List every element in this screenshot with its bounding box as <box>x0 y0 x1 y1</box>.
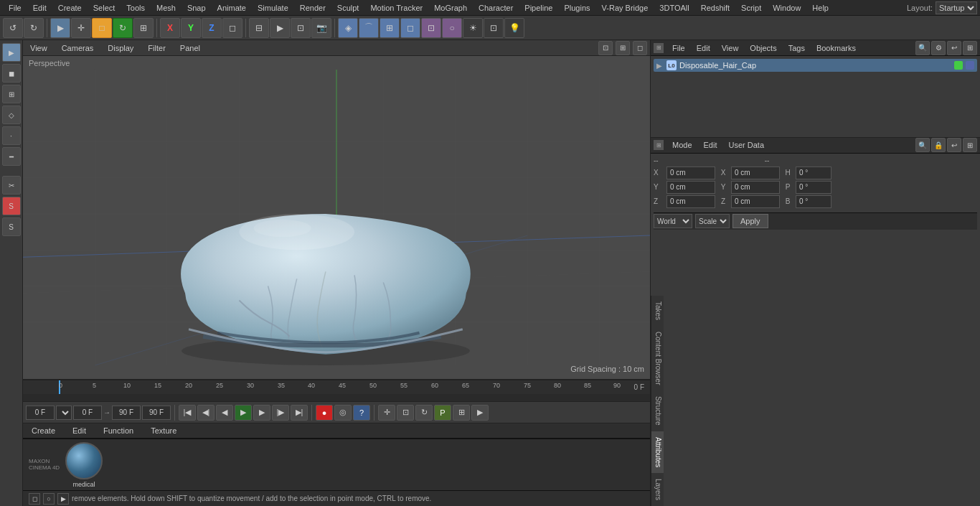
record-button[interactable]: ● <box>316 405 333 421</box>
viewport-view-menu[interactable]: View <box>26 43 52 53</box>
model-mode-btn[interactable]: ▶ <box>2 43 21 62</box>
y-scale-input[interactable]: 0 cm <box>731 181 780 194</box>
attr-expand-icon[interactable]: ⊞ <box>963 138 977 152</box>
expand-arrow[interactable]: ▶ <box>656 62 662 70</box>
vtab-structure[interactable]: Structure <box>651 390 664 431</box>
apply-button[interactable]: Apply <box>732 214 768 228</box>
status-icon-2[interactable]: ○ <box>43 493 55 505</box>
prev-frame-button[interactable]: ◀ <box>216 405 233 421</box>
object-row[interactable]: ▶ L0 Disposable_Hair_Cap <box>654 59 977 72</box>
attr-lock-icon[interactable]: 🔒 <box>931 138 946 152</box>
prev-key-button[interactable]: ◀| <box>197 405 215 421</box>
menu-window[interactable]: Window <box>767 2 806 14</box>
menu-mograph[interactable]: MoGraph <box>428 2 473 14</box>
smooth-btn[interactable]: S <box>2 217 21 236</box>
material-create-menu[interactable]: Create <box>26 425 61 436</box>
redo-button[interactable]: ↻ <box>24 18 44 38</box>
menu-character[interactable]: Character <box>473 2 519 14</box>
viewport-cameras-menu[interactable]: Cameras <box>57 43 98 53</box>
vtab-layers[interactable]: Layers <box>651 473 664 506</box>
edge-mode-btn[interactable]: ━ <box>2 147 21 166</box>
attr-edit-menu[interactable]: Edit <box>701 140 720 150</box>
attr-search-icon[interactable]: 🔍 <box>915 138 930 152</box>
end-frame-input[interactable] <box>112 406 141 420</box>
grid2[interactable]: ⊞ <box>453 405 470 421</box>
menu-tools[interactable]: Tools <box>121 2 151 14</box>
y-pos-input[interactable]: 0 cm <box>666 181 715 194</box>
camera2-button[interactable]: ⊡ <box>484 18 504 38</box>
objects-close-icon[interactable]: ↩ <box>947 41 961 55</box>
status-icon-3[interactable]: ▶ <box>57 493 69 505</box>
world-dropdown[interactable]: World Object Screen <box>654 214 692 228</box>
render-btn2[interactable]: 💡 <box>504 18 524 38</box>
attr-mode-menu[interactable]: Mode <box>669 140 695 150</box>
menu-snap[interactable]: Snap <box>182 2 212 14</box>
render-region-button[interactable]: ⊟ <box>249 18 269 38</box>
menu-script[interactable]: Script <box>735 2 767 14</box>
material-edit-menu[interactable]: Edit <box>67 425 92 436</box>
vtab-attributes[interactable]: Attributes <box>651 431 664 473</box>
viewport-icon-2[interactable]: ⊞ <box>616 41 630 55</box>
spline-button[interactable]: ⌒ <box>359 18 379 38</box>
material-item[interactable]: medical <box>65 442 103 488</box>
timeline-track[interactable] <box>23 394 650 401</box>
status-icon-1[interactable]: ◻ <box>29 493 40 505</box>
camera-button[interactable]: 📷 <box>311 18 331 38</box>
menu-vray-bridge[interactable]: V-Ray Bridge <box>596 2 654 14</box>
viewport-icon-3[interactable]: ◻ <box>633 41 647 55</box>
y-axis-button[interactable]: Y <box>181 18 201 38</box>
render-view-button[interactable]: ▶ <box>270 18 290 38</box>
render-all-button[interactable]: ⊡ <box>291 18 311 38</box>
b-input[interactable]: 0 ° <box>796 195 831 208</box>
material-texture-menu[interactable]: Texture <box>145 425 182 436</box>
menu-motion-tracker[interactable]: Motion Tracker <box>364 2 428 14</box>
point-mode-btn[interactable]: · <box>2 126 21 145</box>
z-scale-input[interactable]: 0 cm <box>731 195 780 208</box>
next-frame-button[interactable]: ▶ <box>253 405 270 421</box>
nurbs-button[interactable]: ⊞ <box>380 18 400 38</box>
auto-key-button[interactable]: ◎ <box>334 405 352 421</box>
menu-3dtoall[interactable]: 3DTOAll <box>654 2 694 14</box>
layout-select[interactable]: Startup <box>936 1 977 14</box>
viewport[interactable]: X Y Z Perspective Grid Spacing : 10 cm <box>23 56 650 379</box>
texture-mode-btn[interactable]: ◼ <box>2 64 21 83</box>
current-frame-input[interactable] <box>26 406 55 420</box>
object-tag-blue[interactable] <box>966 61 974 70</box>
z-axis-button[interactable]: Z <box>202 18 222 38</box>
rotate-button[interactable]: ↻ <box>113 18 133 38</box>
start-frame-input[interactable] <box>73 406 102 420</box>
pivot2[interactable]: P <box>434 405 451 421</box>
menu-pipeline[interactable]: Pipeline <box>519 2 558 14</box>
menu-redshift[interactable]: Redshift <box>695 2 735 14</box>
undo-button[interactable]: ↺ <box>3 18 23 38</box>
menu-file[interactable]: File <box>3 2 27 14</box>
objects-menu[interactable]: Objects <box>747 43 779 53</box>
menu-create[interactable]: Create <box>52 2 88 14</box>
material-function-menu[interactable]: Function <box>98 425 139 436</box>
menu-select[interactable]: Select <box>88 2 121 14</box>
frame-mode-select[interactable]: ▼ <box>56 406 72 420</box>
menu-render[interactable]: Render <box>294 2 331 14</box>
x-pos-input[interactable]: 0 cm <box>666 167 715 179</box>
p-input[interactable]: 0 ° <box>796 181 831 194</box>
vtab-content-browser[interactable]: Content Browser <box>651 326 664 390</box>
first-frame-button[interactable]: |◀ <box>179 405 196 421</box>
x-axis-button[interactable]: X <box>160 18 180 38</box>
z-pos-input[interactable]: 0 cm <box>666 195 715 208</box>
cube3d-button[interactable]: ◈ <box>338 18 358 38</box>
menu-animate[interactable]: Animate <box>212 2 252 14</box>
last-frame-button[interactable]: ▶| <box>291 405 308 421</box>
scale-dropdown[interactable]: Scale Size <box>695 214 730 228</box>
sphere-button[interactable]: ○ <box>442 18 462 38</box>
attr-close-icon[interactable]: ↩ <box>947 138 961 152</box>
deformer-button[interactable]: ◻ <box>400 18 420 38</box>
menu-plugins[interactable]: Plugins <box>558 2 595 14</box>
objects-expand-icon[interactable]: ⊞ <box>963 41 977 55</box>
cube-button[interactable]: □ <box>92 18 112 38</box>
vtab-takes[interactable]: Takes <box>651 296 664 326</box>
objects-edit-menu[interactable]: Edit <box>694 43 713 53</box>
h-input[interactable]: 0 ° <box>796 167 831 179</box>
menu-sculpt[interactable]: Sculpt <box>331 2 365 14</box>
next-key-button[interactable]: |▶ <box>272 405 289 421</box>
object-mode-button[interactable]: ◻ <box>222 18 242 38</box>
